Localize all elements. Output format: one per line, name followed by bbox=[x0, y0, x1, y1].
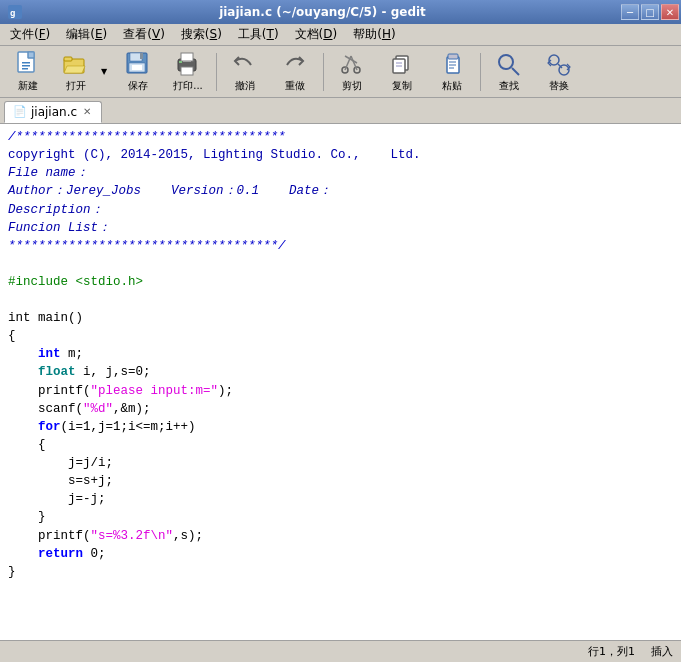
paste-icon bbox=[436, 51, 468, 77]
separator-3 bbox=[480, 53, 481, 91]
code-line: float i, j,s=0; bbox=[8, 363, 681, 381]
menu-documents[interactable]: 文档(D) bbox=[287, 24, 346, 45]
undo-icon bbox=[229, 51, 261, 77]
code-line: #include <stdio.h> bbox=[8, 273, 681, 291]
input-mode: 插入 bbox=[651, 644, 673, 659]
replace-button[interactable]: 替换 bbox=[535, 49, 583, 95]
cursor-position: 行1，列1 bbox=[588, 644, 635, 659]
tab-jiajian[interactable]: 📄 jiajian.c ✕ bbox=[4, 101, 102, 123]
maximize-button[interactable]: □ bbox=[641, 4, 659, 20]
menu-tools[interactable]: 工具(T) bbox=[230, 24, 287, 45]
code-line: File name： bbox=[8, 164, 681, 182]
menu-help[interactable]: 帮助(H) bbox=[345, 24, 403, 45]
copy-icon bbox=[386, 51, 418, 77]
open-button-group[interactable]: 打开 ▼ bbox=[54, 49, 112, 95]
code-line: { bbox=[8, 327, 681, 345]
svg-rect-8 bbox=[22, 68, 28, 70]
tab-close-button[interactable]: ✕ bbox=[81, 106, 93, 117]
open-label: 打开 bbox=[66, 79, 86, 93]
file-icon: 📄 bbox=[13, 105, 27, 118]
menu-view[interactable]: 查看(V) bbox=[115, 24, 173, 45]
paste-label: 粘贴 bbox=[442, 79, 462, 93]
print-button[interactable]: 打印... bbox=[164, 49, 212, 95]
code-line: /************************************ bbox=[8, 128, 681, 146]
copy-label: 复制 bbox=[392, 79, 412, 93]
svg-rect-6 bbox=[22, 62, 30, 64]
svg-rect-3 bbox=[28, 52, 34, 58]
window-controls: ─ □ ✕ bbox=[619, 4, 679, 20]
redo-button[interactable]: 重做 bbox=[271, 49, 319, 95]
find-label: 查找 bbox=[499, 79, 519, 93]
code-line: } bbox=[8, 563, 681, 581]
code-line: } bbox=[8, 508, 681, 526]
undo-label: 撤消 bbox=[235, 79, 255, 93]
redo-icon bbox=[279, 51, 311, 77]
code-line bbox=[8, 291, 681, 309]
save-button[interactable]: 保存 bbox=[114, 49, 162, 95]
svg-rect-21 bbox=[183, 61, 191, 62]
menu-search[interactable]: 搜索(S) bbox=[173, 24, 230, 45]
print-label: 打印... bbox=[173, 79, 203, 93]
svg-marker-11 bbox=[64, 66, 85, 73]
code-line: Description： bbox=[8, 201, 681, 219]
open-icon bbox=[60, 51, 92, 77]
app-icon: g bbox=[4, 1, 26, 23]
svg-line-37 bbox=[512, 68, 519, 75]
print-icon bbox=[172, 51, 204, 77]
code-line bbox=[8, 255, 681, 273]
svg-rect-10 bbox=[64, 57, 72, 61]
save-label: 保存 bbox=[128, 79, 148, 93]
code-line: Author：Jerey_Jobs Version：0.1 Date： bbox=[8, 182, 681, 200]
menu-file[interactable]: 文件(F) bbox=[2, 24, 58, 45]
tab-bar: 📄 jiajian.c ✕ bbox=[0, 98, 681, 124]
code-line: printf("s=%3.2f\n",s); bbox=[8, 527, 681, 545]
new-button[interactable]: 新建 bbox=[4, 49, 52, 95]
svg-rect-18 bbox=[181, 53, 193, 61]
status-bar: 行1，列1 插入 bbox=[0, 640, 681, 662]
separator-1 bbox=[216, 53, 217, 91]
code-line: ************************************/ bbox=[8, 237, 681, 255]
replace-icon bbox=[543, 51, 575, 77]
open-button[interactable]: 打开 bbox=[55, 49, 97, 95]
code-editor[interactable]: /************************************ co… bbox=[0, 124, 681, 640]
redo-label: 重做 bbox=[285, 79, 305, 93]
svg-rect-20 bbox=[179, 61, 182, 63]
window-title: jiajian.c (~/ouyang/C/5) - gedit bbox=[26, 5, 619, 19]
svg-rect-16 bbox=[132, 65, 142, 70]
paste-button[interactable]: 粘贴 bbox=[428, 49, 476, 95]
code-line: j=j/i; bbox=[8, 454, 681, 472]
toolbar: 新建 打开 ▼ 保存 bbox=[0, 46, 681, 98]
undo-button[interactable]: 撤消 bbox=[221, 49, 269, 95]
open-dropdown-arrow[interactable]: ▼ bbox=[97, 49, 111, 95]
svg-rect-19 bbox=[181, 67, 193, 75]
code-line: for(i=1,j=1;i<=m;i++) bbox=[8, 418, 681, 436]
separator-2 bbox=[323, 53, 324, 91]
code-line: int main() bbox=[8, 309, 681, 327]
code-line: printf("please input:m="); bbox=[8, 382, 681, 400]
code-line: { bbox=[8, 436, 681, 454]
svg-rect-14 bbox=[140, 53, 143, 59]
save-icon bbox=[122, 51, 154, 77]
cut-label: 剪切 bbox=[342, 79, 362, 93]
tab-label: jiajian.c bbox=[31, 105, 77, 119]
minimize-button[interactable]: ─ bbox=[621, 4, 639, 20]
svg-rect-7 bbox=[22, 65, 30, 67]
menu-edit[interactable]: 编辑(E) bbox=[58, 24, 115, 45]
new-icon bbox=[12, 51, 44, 77]
svg-text:g: g bbox=[10, 8, 15, 18]
copy-button[interactable]: 复制 bbox=[378, 49, 426, 95]
find-button[interactable]: 查找 bbox=[485, 49, 533, 95]
code-line: int m; bbox=[8, 345, 681, 363]
svg-rect-32 bbox=[448, 54, 458, 59]
code-line: Funcion List： bbox=[8, 219, 681, 237]
code-line: j=-j; bbox=[8, 490, 681, 508]
replace-label: 替换 bbox=[549, 79, 569, 93]
code-line: copyright (C), 2014-2015, Lighting Studi… bbox=[8, 146, 681, 164]
close-button[interactable]: ✕ bbox=[661, 4, 679, 20]
code-line: return 0; bbox=[8, 545, 681, 563]
cut-icon bbox=[336, 51, 368, 77]
code-line: scanf("%d",&m); bbox=[8, 400, 681, 418]
cut-button[interactable]: 剪切 bbox=[328, 49, 376, 95]
find-icon bbox=[493, 51, 525, 77]
title-bar: g jiajian.c (~/ouyang/C/5) - gedit ─ □ ✕ bbox=[0, 0, 681, 24]
